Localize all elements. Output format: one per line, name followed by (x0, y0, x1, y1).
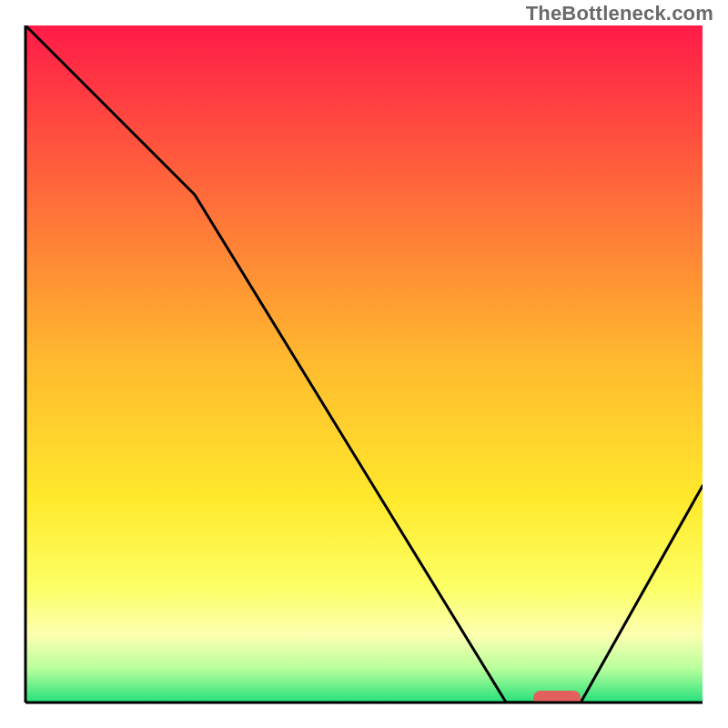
optimal-range-marker (533, 691, 581, 708)
chart-container: TheBottleneck.com (0, 0, 728, 728)
bottleneck-chart (0, 0, 728, 728)
watermark-text: TheBottleneck.com (526, 2, 713, 25)
